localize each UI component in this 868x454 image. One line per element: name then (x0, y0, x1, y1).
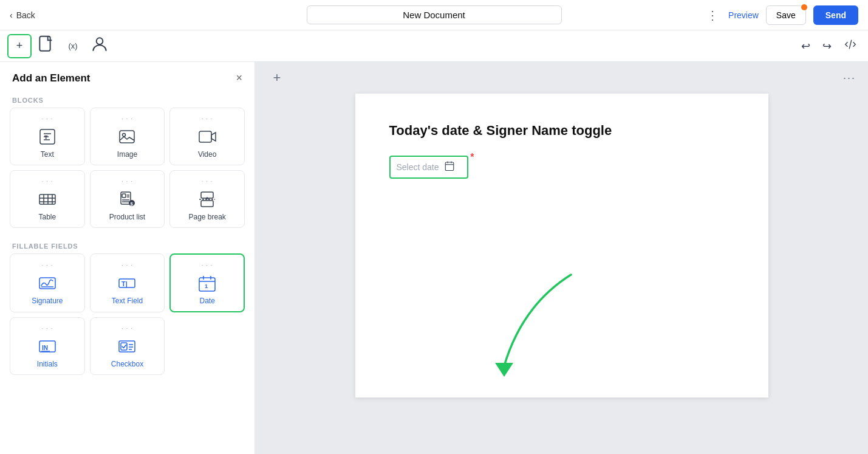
drag-handle: · · · (41, 262, 53, 269)
signature-field-label: Signature (32, 297, 63, 305)
svg-rect-14 (122, 194, 126, 198)
document-page: Today's date & Signer Name toggle Select… (355, 94, 768, 397)
drag-handle: · · · (121, 115, 133, 122)
initials-field-icon: IN (38, 337, 57, 356)
element-card-text-field[interactable]: · · · T| Text Field (90, 253, 165, 312)
variable-icon: (x) (68, 41, 77, 50)
document-heading: Today's date & Signer Name toggle (389, 123, 734, 139)
svg-text:T: T (44, 134, 48, 140)
sidebar-header: Add an Element × (0, 62, 255, 92)
required-indicator: * (470, 152, 474, 163)
svg-text:T|: T| (121, 280, 128, 287)
drag-handle: · · · (121, 325, 133, 332)
text-block-icon: T (38, 127, 57, 146)
person-button[interactable] (87, 34, 112, 58)
send-button[interactable]: Send (813, 5, 858, 25)
blocks-grid: · · · T Text · · · (0, 108, 255, 238)
back-arrow-icon: ‹ (10, 10, 13, 20)
unsaved-indicator (801, 4, 807, 10)
save-button[interactable]: Save (766, 5, 806, 25)
drag-handle: · · · (202, 262, 213, 269)
element-card-initials[interactable]: · · · IN Initials (10, 317, 85, 375)
plus-icon: + (273, 70, 281, 86)
product-list-block-icon: $ (117, 190, 137, 209)
svg-point-5 (123, 134, 126, 137)
signature-field-icon (38, 273, 57, 293)
add-element-button[interactable]: + (7, 34, 32, 58)
page-button[interactable] (34, 34, 58, 58)
product-list-block-label: Product list (109, 213, 145, 221)
calendar-icon (444, 160, 455, 174)
element-card-image[interactable]: · · · Image (90, 108, 165, 165)
element-card-checkbox[interactable]: · · · Checkbox (90, 317, 165, 375)
element-card-date[interactable]: · · · 1 Date (169, 253, 245, 312)
drag-handle: · · · (41, 115, 53, 122)
date-field-icon: 1 (197, 273, 217, 293)
top-bar-right: ⋮ Preview Save Send (704, 5, 858, 25)
sidebar-title: Add an Element (12, 72, 90, 84)
back-button[interactable]: ‹ Back (10, 10, 35, 20)
more-options-button[interactable]: ⋮ (704, 5, 721, 25)
table-block-icon (38, 190, 57, 209)
date-field-wrapper: Select date * (389, 156, 468, 179)
svg-rect-4 (120, 131, 134, 143)
text-field-icon: T| (117, 273, 137, 293)
page-break-block-label: Page break (188, 213, 225, 221)
toolbar-right: ↩ ↪ (798, 34, 861, 58)
top-bar: ‹ Back ⋮ Preview Save Send (0, 0, 868, 30)
blocks-section-label: BLOCKS (0, 92, 255, 108)
drag-handle: · · · (41, 178, 53, 185)
close-sidebar-button[interactable]: × (236, 72, 242, 84)
back-label: Back (16, 10, 35, 20)
document-title-input[interactable] (307, 5, 562, 24)
drag-handle: · · · (41, 325, 53, 332)
element-card-text[interactable]: · · · T Text (10, 108, 85, 165)
svg-point-1 (97, 38, 103, 44)
element-card-page-break[interactable]: · · · Page break (169, 170, 245, 228)
canvas-area: + ··· Today's date & Signer Name toggle … (255, 62, 868, 454)
text-block-label: Text (41, 150, 54, 159)
table-block-label: Table (38, 213, 56, 221)
ellipsis-icon: ··· (843, 72, 856, 84)
checkbox-field-label: Checkbox (111, 360, 143, 368)
date-field-input[interactable]: Select date (389, 156, 468, 179)
image-block-icon (117, 127, 137, 146)
variable-button[interactable]: (x) (61, 34, 85, 58)
element-card-product-list[interactable]: · · · $ Product list (90, 170, 165, 228)
svg-rect-7 (39, 194, 55, 204)
svg-text:1: 1 (205, 283, 208, 289)
main-layout: Add an Element × BLOCKS · · · T Text · (0, 62, 868, 454)
svg-text:IN: IN (42, 345, 48, 351)
element-card-signature[interactable]: · · · Signature (10, 253, 85, 312)
svg-text:$: $ (131, 201, 134, 207)
text-field-label: Text Field (112, 297, 143, 305)
more-canvas-button[interactable]: ··· (843, 72, 856, 84)
preview-button[interactable]: Preview (728, 10, 759, 20)
svg-rect-41 (445, 162, 454, 171)
canvas-top-bar: + ··· (255, 62, 868, 94)
top-bar-left: ‹ Back (10, 10, 35, 20)
drag-handle: · · · (202, 178, 213, 185)
redo-button[interactable]: ↪ (819, 36, 835, 57)
toolbar-left: + (x) (7, 34, 112, 58)
top-bar-center (307, 5, 562, 24)
checkbox-field-icon (117, 337, 137, 356)
drag-handle: · · · (121, 178, 133, 185)
add-block-button[interactable]: + (267, 68, 287, 88)
page-break-block-icon (197, 190, 217, 209)
svg-rect-0 (39, 36, 50, 51)
undo-button[interactable]: ↩ (798, 36, 814, 57)
element-card-table[interactable]: · · · Table (10, 170, 85, 228)
element-card-video[interactable]: · · · Video (169, 108, 245, 165)
video-block-label: Video (198, 150, 216, 159)
compare-button[interactable] (840, 34, 861, 58)
drag-handle: · · · (202, 115, 213, 122)
save-label: Save (776, 10, 796, 20)
date-placeholder: Select date (397, 162, 439, 172)
svg-rect-22 (201, 201, 213, 207)
svg-rect-6 (199, 131, 211, 142)
person-icon (90, 35, 109, 57)
video-block-icon (197, 127, 217, 146)
plus-icon: + (16, 40, 23, 52)
fillable-fields-grid: · · · Signature · · · T| (0, 253, 255, 385)
